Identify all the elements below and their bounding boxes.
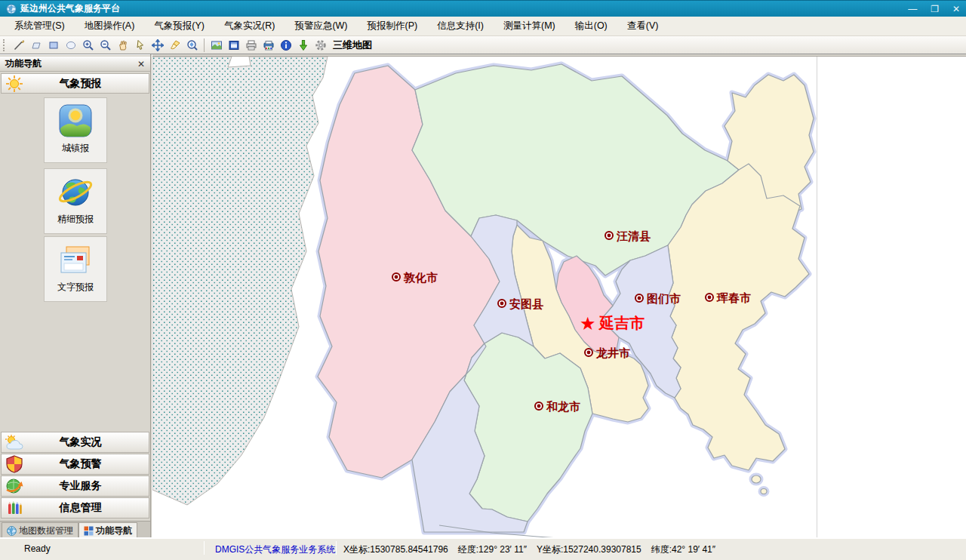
label-longjing: 龙井市 [595, 346, 630, 359]
section-professional-service[interactable]: 专业服务 [1, 475, 149, 497]
panel-title: 功能导航 [5, 57, 42, 70]
tab-label: 功能导航 [96, 525, 132, 537]
map-data-globe-icon [7, 526, 17, 536]
panel-close-icon[interactable]: ✕ [137, 59, 145, 69]
city-marker-dot [587, 351, 591, 355]
menu-live-weather[interactable]: 气象实况(R) [214, 17, 285, 35]
button-label: 精细预报 [57, 213, 94, 226]
city-marker-dot [608, 234, 611, 238]
clear-brush-icon[interactable] [166, 37, 183, 54]
menu-forecast[interactable]: 气象预报(Y) [144, 17, 214, 35]
text-forecast-document-icon [57, 242, 94, 278]
panel-header: 功能导航 ✕ [0, 57, 150, 72]
toolbar: 三维地图 [0, 36, 966, 54]
label-tumen: 图们市 [647, 292, 681, 305]
legend-window-icon[interactable] [225, 37, 242, 54]
draw-ellipse-icon[interactable] [62, 37, 79, 54]
function-nav-window-icon [84, 526, 94, 536]
status-x-coord: X坐标:1530785.84541796 [343, 543, 448, 556]
region-hunchun[interactable] [668, 164, 809, 470]
menu-map-ops[interactable]: 地图操作(A) [75, 17, 145, 35]
text-forecast-button[interactable]: 文字预报 [44, 236, 107, 302]
fine-forecast-button[interactable]: 精细预报 [44, 168, 107, 234]
menu-measure[interactable]: 测量计算(M) [494, 17, 565, 35]
toolbar-separator [204, 38, 205, 52]
settings-gear-icon[interactable] [312, 37, 329, 54]
zoom-out-icon[interactable] [97, 37, 114, 54]
map-canvas[interactable]: 敦化市 汪清县 珲春市 图们市 龙井市 和龙市 安图县 ★ [152, 57, 966, 538]
menu-bar: 系统管理(S) 地图操作(A) 气象预报(Y) 气象实况(R) 预警应急(W) … [0, 17, 966, 36]
close-button[interactable]: ✕ [952, 2, 960, 17]
main-area: 功能导航 ✕ 气象预报 城镇报 [0, 54, 966, 537]
status-separator [204, 541, 205, 555]
draw-rectangle-icon[interactable] [45, 37, 62, 54]
zoom-extent-icon[interactable] [183, 37, 201, 54]
map-view[interactable]: 敦化市 汪清县 珲春市 图们市 龙井市 和龙市 安图县 ★ [152, 56, 966, 537]
label-antu: 安图县 [509, 297, 543, 310]
move-icon[interactable] [149, 37, 166, 54]
draw-polygon-icon[interactable] [27, 37, 45, 54]
menu-warning[interactable]: 预警应急(W) [285, 17, 357, 35]
panel-tabs: 地图数据管理 功能导航 [0, 521, 150, 538]
label-helong: 和龙市 [546, 400, 580, 413]
draw-line-icon[interactable] [10, 37, 27, 54]
section-label: 信息管理 [27, 501, 149, 515]
tab-map-data-management[interactable]: 地图数据管理 [2, 522, 78, 538]
button-label: 文字预报 [57, 281, 94, 294]
section-weather-warning[interactable]: 气象预警 [1, 454, 149, 475]
status-longitude: 经度:129° 23′ 11″ [458, 543, 527, 556]
fine-forecast-globe-icon [57, 174, 94, 210]
outside-area [152, 57, 328, 505]
town-forecast-button[interactable]: 城镇报 [44, 97, 107, 163]
tab-label: 地图数据管理 [19, 525, 73, 537]
minimize-button[interactable]: — [908, 2, 917, 17]
section-label: 气象预报 [27, 77, 149, 91]
town-forecast-icon [57, 103, 94, 139]
menu-output[interactable]: 输出(O) [565, 17, 617, 35]
status-separator [336, 541, 337, 555]
download-arrow-icon[interactable] [294, 37, 312, 54]
status-y-coord: Y坐标:1527240.39307815 [537, 543, 641, 556]
menu-forecast-make[interactable]: 预报制作(P) [358, 17, 428, 35]
island[interactable] [752, 475, 761, 483]
label-dunhua: 敦化市 [403, 271, 438, 284]
print-icon[interactable] [242, 37, 260, 54]
tab-function-nav[interactable]: 功能导航 [78, 522, 137, 538]
status-system-name: DMGIS公共气象服务业务系统 [215, 543, 335, 556]
island[interactable] [761, 489, 767, 494]
globe-arrow-icon [2, 477, 27, 495]
status-bar: Ready DMGIS公共气象服务业务系统 X坐标:1530785.845417… [0, 537, 966, 560]
maximize-button[interactable]: ❐ [931, 2, 939, 17]
title-bar: 延边州公共气象服务平台 — ❐ ✕ [0, 0, 966, 17]
menu-info-support[interactable]: 信息支持(I) [427, 17, 494, 35]
city-marker-dot [638, 297, 641, 300]
section-info-management[interactable]: 信息管理 [1, 497, 149, 518]
window-title: 延边州公共气象服务平台 [20, 2, 120, 15]
menu-view[interactable]: 查看(V) [617, 17, 669, 35]
info-icon[interactable] [277, 37, 294, 54]
toolbar-grip[interactable] [3, 39, 7, 51]
capital-star-icon: ★ [580, 313, 596, 334]
city-marker-dot [708, 296, 712, 300]
print-color-icon[interactable] [260, 37, 277, 54]
label-wangqing: 汪清县 [616, 229, 651, 242]
city-marker-dot [395, 275, 398, 279]
function-nav-panel: 功能导航 ✕ 气象预报 城镇报 [0, 54, 150, 537]
app-globe-icon [6, 4, 17, 14]
sun-icon [2, 75, 27, 93]
section-label: 气象预警 [27, 457, 149, 471]
select-arrow-icon[interactable] [131, 37, 149, 54]
export-image-icon[interactable] [208, 37, 225, 54]
menu-system[interactable]: 系统管理(S) [5, 17, 75, 35]
button-label: 城镇报 [62, 142, 89, 155]
city-marker-dot [500, 302, 504, 306]
mode-3d-map-label[interactable]: 三维地图 [333, 38, 372, 52]
zoom-in-icon[interactable] [79, 37, 97, 54]
city-marker-dot [537, 405, 541, 408]
pan-hand-icon[interactable] [114, 37, 131, 54]
sun-cloud-icon [2, 434, 27, 451]
section-weather-forecast[interactable]: 气象预报 [1, 73, 149, 94]
shield-icon [2, 455, 27, 473]
section-live-weather[interactable]: 气象实况 [1, 432, 149, 453]
status-ready: Ready [24, 543, 51, 554]
